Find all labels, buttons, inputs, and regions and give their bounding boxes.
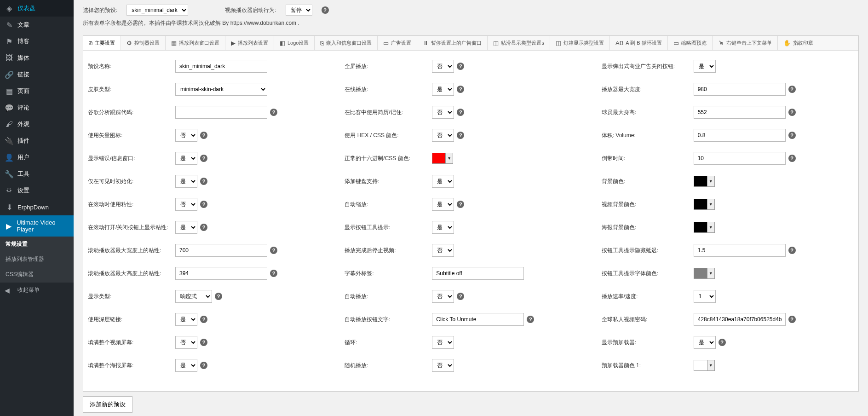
- tab-7[interactable]: ⏸暂停设置上的广告窗口: [417, 36, 488, 50]
- sidebar-item-7[interactable]: 🖌外观: [0, 116, 74, 133]
- sidebar-sub-item[interactable]: 播放列表管理器: [0, 252, 74, 267]
- help-icon[interactable]: ?: [788, 132, 796, 139]
- help-icon[interactable]: ?: [457, 201, 464, 208]
- tab-10[interactable]: ABA 到 B 循环设置: [610, 36, 668, 50]
- help-icon[interactable]: ?: [200, 339, 207, 346]
- help-icon[interactable]: ?: [457, 132, 464, 139]
- select-input[interactable]: 是: [432, 83, 454, 96]
- tab-11[interactable]: ▭缩略图预览: [668, 36, 713, 50]
- sidebar-item-0[interactable]: ◈仪表盘: [0, 0, 74, 17]
- sidebar-item-8[interactable]: 🔌插件: [0, 133, 74, 149]
- help-icon[interactable]: ?: [200, 132, 207, 139]
- help-icon[interactable]: ?: [457, 63, 464, 70]
- help-icon[interactable]: ?: [200, 362, 207, 369]
- select-input[interactable]: 否: [432, 60, 454, 73]
- select-input[interactable]: 否: [175, 129, 197, 142]
- select-input[interactable]: 是: [175, 221, 197, 234]
- add-preset-button[interactable]: 添加新的预设: [83, 396, 132, 413]
- color-picker[interactable]: ▼: [694, 199, 715, 210]
- sidebar-sub-item[interactable]: 常规设置: [0, 237, 74, 252]
- select-input[interactable]: 否: [432, 106, 454, 119]
- sidebar-item-3[interactable]: 🖾媒体: [0, 50, 74, 66]
- help-icon[interactable]: ?: [270, 109, 277, 116]
- sidebar-item-1[interactable]: ✎文章: [0, 17, 74, 33]
- text-input[interactable]: [432, 267, 524, 280]
- select-input[interactable]: 是: [175, 359, 197, 372]
- sidebar-sub-item[interactable]: CSS编辑器: [0, 267, 74, 282]
- select-input[interactable]: 是: [694, 60, 716, 73]
- tab-1[interactable]: ⚙控制器设置: [121, 36, 166, 50]
- tab-13[interactable]: ✋指纹印章: [778, 36, 819, 50]
- color-picker[interactable]: ▼: [694, 222, 715, 233]
- help-icon[interactable]: ?: [788, 155, 796, 162]
- color-picker[interactable]: ▼: [694, 360, 715, 371]
- sidebar-item-9[interactable]: 👤用户: [0, 149, 74, 166]
- color-picker[interactable]: ▼: [694, 268, 715, 279]
- select-input[interactable]: 否: [432, 290, 454, 303]
- help-icon[interactable]: ?: [200, 316, 207, 323]
- tab-9[interactable]: ◫灯箱显示类型设置: [550, 36, 610, 50]
- text-input[interactable]: [694, 152, 786, 165]
- tab-12[interactable]: 🖱右键单击上下文菜单: [713, 36, 778, 50]
- text-input[interactable]: [694, 244, 786, 257]
- text-input[interactable]: [694, 106, 786, 119]
- select-input[interactable]: 1: [694, 290, 716, 303]
- tab-2[interactable]: ▦播放列表窗口设置: [166, 36, 225, 50]
- select-input[interactable]: 否: [432, 129, 454, 142]
- sidebar-item-11[interactable]: ⛭设置: [0, 182, 74, 199]
- help-icon[interactable]: ?: [457, 293, 464, 300]
- help-icon[interactable]: ?: [270, 270, 277, 277]
- help-icon[interactable]: ?: [270, 247, 277, 254]
- tab-4[interactable]: ◧Logo设置: [274, 36, 315, 50]
- select-input[interactable]: 是: [175, 175, 197, 188]
- select-input[interactable]: 否: [175, 198, 197, 211]
- tab-8[interactable]: ◫粘滑显示类型设置s: [488, 36, 550, 50]
- select-input[interactable]: 是: [432, 175, 454, 188]
- text-input[interactable]: [432, 313, 524, 326]
- tab-0[interactable]: ⎚主要设置: [83, 36, 121, 51]
- sidebar-item-4[interactable]: 🔗链接: [0, 66, 74, 83]
- help-icon[interactable]: ?: [527, 316, 534, 323]
- color-picker[interactable]: ▼: [432, 153, 453, 164]
- text-input[interactable]: [694, 313, 786, 326]
- select-input[interactable]: 否: [432, 244, 454, 257]
- select-input[interactable]: 否: [175, 336, 197, 349]
- text-input[interactable]: [694, 129, 786, 142]
- help-icon[interactable]: ?: [215, 293, 222, 300]
- help-icon[interactable]: ?: [788, 109, 796, 116]
- select-input[interactable]: 是: [432, 221, 454, 234]
- preset-select[interactable]: skin_minimal_dark: [126, 5, 188, 16]
- text-input[interactable]: [175, 267, 267, 280]
- help-icon[interactable]: ?: [457, 109, 464, 116]
- color-picker[interactable]: ▼: [694, 176, 715, 187]
- select-input[interactable]: 否: [432, 359, 454, 372]
- select-input[interactable]: 是: [175, 313, 197, 326]
- tab-3[interactable]: ▶播放列表设置: [225, 36, 274, 50]
- sidebar-item-10[interactable]: 🔧工具: [0, 166, 74, 182]
- help-icon[interactable]: ?: [200, 178, 207, 185]
- collapse-menu[interactable]: ◀收起菜单: [0, 282, 74, 298]
- tab-6[interactable]: ▭广告设置: [378, 36, 417, 50]
- text-input[interactable]: [175, 106, 267, 119]
- select-input[interactable]: minimal-skin-dark: [175, 83, 267, 96]
- sidebar-item-13[interactable]: ▶Ultimate Video Player: [0, 215, 74, 237]
- help-icon[interactable]: ?: [719, 339, 726, 346]
- text-input[interactable]: [175, 244, 267, 257]
- help-icon[interactable]: ?: [322, 6, 329, 14]
- sidebar-item-12[interactable]: ⬇ErphpDown: [0, 199, 74, 215]
- select-input[interactable]: 是: [175, 152, 197, 165]
- help-icon[interactable]: ?: [200, 201, 207, 208]
- sidebar-item-6[interactable]: 💬评论: [0, 99, 74, 116]
- select-input[interactable]: 响应式: [175, 290, 212, 303]
- text-input[interactable]: [694, 83, 786, 96]
- sidebar-item-2[interactable]: ⚑博客: [0, 33, 74, 50]
- tab-5[interactable]: ⎘嵌入和信息窗口设置: [315, 36, 378, 50]
- text-input[interactable]: [175, 60, 267, 73]
- help-icon[interactable]: ?: [788, 316, 796, 323]
- sidebar-item-5[interactable]: ▤页面: [0, 83, 74, 99]
- select-input[interactable]: 是: [432, 198, 454, 211]
- help-icon[interactable]: ?: [200, 224, 207, 231]
- help-icon[interactable]: ?: [200, 155, 207, 162]
- help-icon[interactable]: ?: [788, 86, 796, 93]
- startup-behavior-select[interactable]: 暂停: [286, 5, 312, 16]
